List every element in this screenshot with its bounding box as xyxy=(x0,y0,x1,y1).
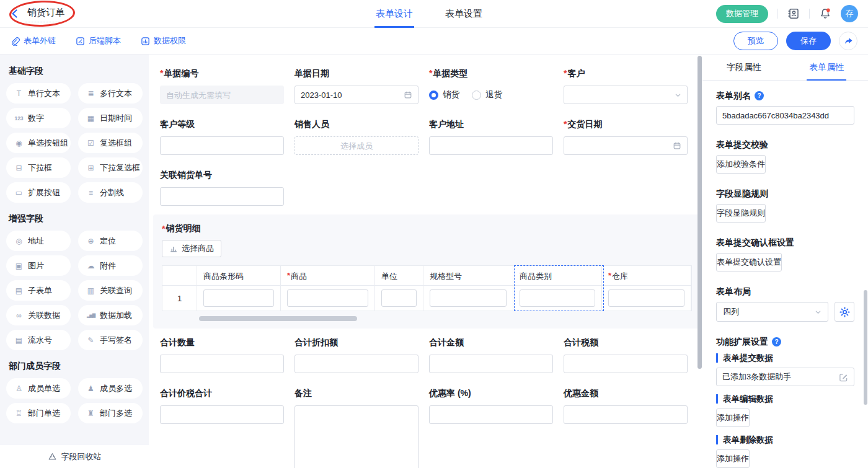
sales-person-picker[interactable] xyxy=(301,141,412,151)
tab-form-settings[interactable]: 表单设置 xyxy=(444,0,484,28)
field-radio-group[interactable]: ◉单选按钮组 xyxy=(6,133,71,153)
field-total-tax[interactable]: 合计税额 xyxy=(564,337,688,373)
field-dept-multi[interactable]: ♜部门多选 xyxy=(78,403,143,423)
field-discount-amount[interactable]: 优惠金额 xyxy=(564,388,688,468)
field-remark[interactable]: 备注 xyxy=(294,388,418,468)
field-subform[interactable]: ▤子表单 xyxy=(6,280,71,301)
column-barcode[interactable]: 商品条形码 xyxy=(197,266,281,311)
column-product[interactable]: *商品 xyxy=(281,266,375,311)
field-discount-rate[interactable]: 优惠率 (%) xyxy=(429,388,553,468)
field-customer-address[interactable]: 客户地址 xyxy=(429,119,553,155)
help-icon[interactable] xyxy=(772,337,781,347)
column-unit[interactable]: 单位 xyxy=(375,266,423,311)
unit-input[interactable] xyxy=(386,294,412,303)
panel-scrollbar-thumb[interactable] xyxy=(864,290,867,405)
discount-amount-input[interactable] xyxy=(570,410,681,420)
data-manage-button[interactable]: 数据管理 xyxy=(716,5,768,23)
field-delivery-date[interactable]: *交货日期 xyxy=(564,119,688,155)
total-qty-input[interactable] xyxy=(166,360,278,369)
column-spec[interactable]: 规格型号 xyxy=(423,266,513,311)
column-warehouse[interactable]: *仓库 xyxy=(602,266,691,311)
add-validation-button[interactable]: 添加校验条件 xyxy=(716,155,766,174)
submit-confirm-settings-button[interactable]: 表单提交确认设置 xyxy=(716,253,782,272)
help-icon[interactable] xyxy=(755,91,764,100)
layout-settings-button[interactable] xyxy=(835,302,854,322)
share-button[interactable] xyxy=(839,32,857,50)
external-link-button[interactable]: 表单外链 xyxy=(11,35,56,46)
field-attachment[interactable]: ☁附件 xyxy=(78,255,143,276)
field-linked-data[interactable]: ∞关联数据 xyxy=(6,305,71,325)
notifications-button[interactable] xyxy=(819,7,831,20)
vscrollbar-thumb[interactable] xyxy=(698,56,702,369)
contacts-button[interactable] xyxy=(787,7,800,20)
warehouse-input[interactable] xyxy=(613,294,680,303)
barcode-input[interactable] xyxy=(208,294,270,303)
delivery-date-input[interactable] xyxy=(570,141,673,151)
field-location[interactable]: ⊕定位 xyxy=(78,231,143,251)
spec-input[interactable] xyxy=(434,294,502,303)
customer-select[interactable] xyxy=(564,86,688,104)
radio-sale[interactable]: 销货 xyxy=(429,89,459,100)
hscrollbar-thumb[interactable] xyxy=(199,316,357,321)
field-linked-query[interactable]: ▥关联查询 xyxy=(78,280,143,301)
save-button[interactable]: 保存 xyxy=(786,32,831,50)
select-product-button[interactable]: 选择商品 xyxy=(162,240,221,257)
field-total-amount[interactable]: 合计金额 xyxy=(429,337,553,373)
customer-level-input[interactable] xyxy=(166,141,278,151)
radio-return[interactable]: 退货 xyxy=(472,89,502,100)
field-sales-person[interactable]: 销售人员 xyxy=(294,119,418,155)
field-single-text[interactable]: T单行文本 xyxy=(6,83,71,104)
tab-form-design[interactable]: 表单设计 xyxy=(374,0,414,28)
doc-no-input[interactable] xyxy=(166,91,278,100)
field-related-order-no[interactable]: 关联销货单号 xyxy=(160,170,284,206)
form-title[interactable]: 销货订单 xyxy=(25,6,66,22)
field-number[interactable]: 123数字 xyxy=(6,108,71,128)
field-checkbox-group[interactable]: ☑复选框组 xyxy=(78,133,143,153)
add-edit-action-button[interactable]: 添加操作 xyxy=(716,408,750,427)
form-alias-input[interactable] xyxy=(722,111,848,120)
form-layout-select[interactable]: 四列 xyxy=(716,302,828,322)
user-avatar[interactable]: 存 xyxy=(841,5,858,22)
submit-data-summary[interactable]: 已添加3条数据助手 xyxy=(716,368,854,386)
customer-address-input[interactable] xyxy=(435,141,547,151)
edit-icon[interactable] xyxy=(839,373,848,382)
field-total-qty[interactable]: 合计数量 xyxy=(160,337,284,373)
total-incl-tax-input[interactable] xyxy=(166,410,278,420)
field-dropdown[interactable]: ⊟下拉框 xyxy=(6,157,71,178)
category-input[interactable] xyxy=(524,294,591,303)
total-discount-input[interactable] xyxy=(301,360,412,369)
field-datetime[interactable]: ▦日期时间 xyxy=(78,108,143,128)
remark-textarea[interactable] xyxy=(294,405,418,468)
discount-rate-input[interactable] xyxy=(435,410,547,420)
subform-sales-detail[interactable]: *销货明细 选择商品 1 商品条形码 xyxy=(153,214,702,329)
preview-button[interactable]: 预览 xyxy=(733,32,778,50)
data-permission-button[interactable]: 数据权限 xyxy=(141,35,186,46)
field-customer[interactable]: *客户 xyxy=(564,68,688,104)
field-serial-number[interactable]: ▤流水号 xyxy=(6,330,71,350)
field-visibility-rules-button[interactable]: 字段显隐规则 xyxy=(716,204,766,223)
field-total-incl-tax[interactable]: 合计价税合计 xyxy=(160,388,284,468)
field-divider[interactable]: ≡分割线 xyxy=(78,182,143,203)
field-dept-single[interactable]: ♖部门单选 xyxy=(6,403,71,423)
related-order-no-input[interactable] xyxy=(166,192,278,201)
total-amount-input[interactable] xyxy=(435,360,547,369)
add-delete-action-button[interactable]: 添加操作 xyxy=(716,449,750,468)
product-input[interactable] xyxy=(291,294,364,303)
field-data-load[interactable]: ▂▅▇数据加载 xyxy=(78,305,143,325)
field-doc-type[interactable]: *单据类型 销货 退货 xyxy=(429,68,553,104)
field-member-multi[interactable]: ♟成员多选 xyxy=(78,378,143,399)
field-member-single[interactable]: ♙成员单选 xyxy=(6,378,71,399)
field-customer-level[interactable]: 客户等级 xyxy=(160,119,284,155)
field-doc-date[interactable]: 单据日期 xyxy=(294,68,418,104)
field-image[interactable]: ▣图片 xyxy=(6,255,71,276)
tab-field-properties[interactable]: 字段属性 xyxy=(702,55,786,80)
column-category[interactable]: 商品类别 xyxy=(513,266,602,311)
field-extend-button[interactable]: ▭扩展按钮 xyxy=(6,182,71,203)
field-recycle-bin[interactable]: 字段回收站 xyxy=(0,445,149,468)
backend-script-button[interactable]: 后端脚本 xyxy=(76,35,121,46)
tab-form-properties[interactable]: 表单属性 xyxy=(786,55,868,80)
field-total-discount[interactable]: 合计折扣额 xyxy=(294,337,418,373)
field-doc-no[interactable]: *单据编号 xyxy=(160,68,284,104)
field-signature[interactable]: ✎手写签名 xyxy=(78,330,143,350)
doc-date-input[interactable] xyxy=(301,91,404,100)
